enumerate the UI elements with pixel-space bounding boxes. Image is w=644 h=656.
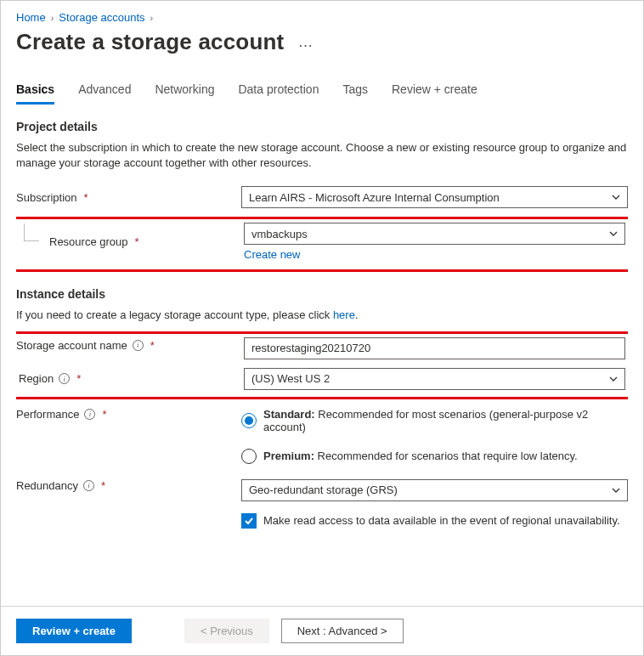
resource-group-label: Resource group* bbox=[19, 235, 244, 248]
chevron-down-icon bbox=[612, 193, 620, 201]
review-create-button[interactable]: Review + create bbox=[16, 619, 132, 643]
breadcrumb-storage-accounts[interactable]: Storage accounts bbox=[59, 11, 144, 24]
chevron-down-icon bbox=[609, 375, 618, 383]
checkbox-checked-icon bbox=[241, 513, 257, 529]
info-icon[interactable] bbox=[84, 409, 95, 420]
read-access-checkbox[interactable]: Make read access to data available in th… bbox=[241, 513, 628, 529]
previous-button: < Previous bbox=[184, 619, 269, 643]
info-icon[interactable] bbox=[83, 480, 94, 491]
storage-account-name-label: Storage account name * bbox=[16, 339, 241, 352]
page-title: Create a storage account bbox=[16, 29, 284, 55]
performance-standard-radio[interactable]: Standard: Recommended for most scenarios… bbox=[241, 408, 628, 433]
tab-tags[interactable]: Tags bbox=[342, 79, 368, 105]
more-icon[interactable]: … bbox=[294, 33, 318, 51]
resource-group-highlight: Resource group* vmbackups Create new bbox=[16, 217, 628, 272]
subscription-label: Subscription* bbox=[16, 191, 241, 204]
instance-details-heading: Instance details bbox=[16, 287, 628, 301]
next-button[interactable]: Next : Advanced > bbox=[281, 619, 404, 643]
performance-premium-radio[interactable]: Premium: Recommended for scenarios that … bbox=[241, 449, 628, 464]
tabs: Basics Advanced Networking Data protecti… bbox=[16, 79, 628, 105]
radio-icon bbox=[241, 449, 257, 464]
instance-details-description: If you need to create a legacy storage a… bbox=[16, 308, 628, 323]
tab-data-protection[interactable]: Data protection bbox=[238, 79, 319, 105]
radio-selected-icon bbox=[241, 413, 257, 428]
redundancy-select[interactable]: Geo-redundant storage (GRS) bbox=[241, 479, 628, 501]
region-label: Region * bbox=[19, 372, 244, 385]
chevron-right-icon: › bbox=[51, 13, 54, 23]
region-select[interactable]: (US) West US 2 bbox=[244, 368, 625, 390]
breadcrumb-home[interactable]: Home bbox=[16, 11, 46, 24]
legacy-here-link[interactable]: here bbox=[333, 308, 355, 321]
project-details-heading: Project details bbox=[16, 120, 628, 133]
tab-basics[interactable]: Basics bbox=[16, 79, 54, 105]
info-icon[interactable] bbox=[133, 340, 144, 351]
redundancy-label: Redundancy * bbox=[16, 479, 241, 492]
create-new-link[interactable]: Create new bbox=[244, 248, 625, 261]
resource-group-select[interactable]: vmbackups bbox=[244, 223, 625, 245]
performance-label: Performance * bbox=[16, 408, 241, 421]
info-icon[interactable] bbox=[59, 373, 70, 384]
project-details-description: Select the subscription in which to crea… bbox=[16, 140, 628, 171]
chevron-down-icon bbox=[609, 229, 618, 238]
chevron-down-icon bbox=[612, 486, 620, 495]
storage-account-name-input[interactable]: restorestaging20210720 bbox=[244, 337, 625, 359]
tab-review[interactable]: Review + create bbox=[392, 79, 477, 105]
breadcrumb: Home › Storage accounts › bbox=[16, 11, 628, 24]
tab-networking[interactable]: Networking bbox=[155, 79, 214, 105]
tab-advanced[interactable]: Advanced bbox=[78, 79, 131, 105]
subscription-select[interactable]: Learn AIRS - Microsoft Azure Internal Co… bbox=[241, 186, 628, 208]
footer-separator bbox=[1, 606, 643, 607]
footer: Review + create < Previous Next : Advanc… bbox=[16, 619, 628, 643]
chevron-right-icon: › bbox=[150, 13, 154, 23]
